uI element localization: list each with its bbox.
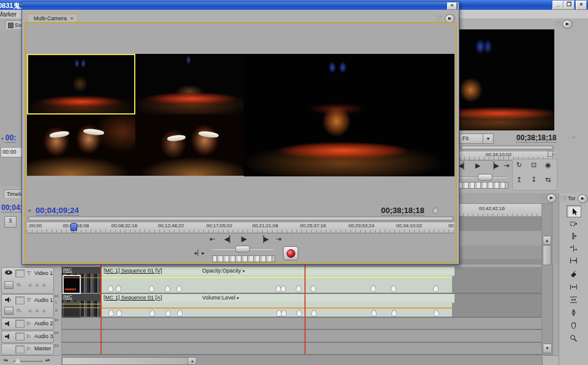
keyframe-marker[interactable] bbox=[296, 285, 301, 292]
track-name[interactable]: Master bbox=[34, 345, 51, 352]
output-button[interactable]: ◉ bbox=[545, 160, 551, 169]
program-playhead[interactable] bbox=[548, 151, 553, 157]
keyframe-marker[interactable] bbox=[149, 285, 154, 292]
camera-1-preview[interactable] bbox=[27, 54, 135, 115]
keyframe-marker[interactable] bbox=[165, 310, 171, 317]
program-shuttle-handle[interactable] bbox=[478, 174, 492, 181]
timeline-vscrollbar[interactable]: ▲ bbox=[541, 203, 552, 265]
keyframe-marker[interactable] bbox=[391, 285, 396, 292]
keyframe-marker[interactable] bbox=[108, 285, 113, 292]
play-button[interactable]: ▶ bbox=[241, 235, 247, 243]
keyframe-marker[interactable] bbox=[176, 285, 182, 292]
tab-source[interactable]: Sou bbox=[5, 20, 23, 29]
track-lock-toggle[interactable] bbox=[15, 296, 24, 304]
tools-panel-menu-button[interactable]: ▶ bbox=[578, 194, 588, 203]
keyframe-marker[interactable] bbox=[116, 285, 121, 292]
zoom-in-button[interactable]: ▴▸ bbox=[45, 357, 50, 363]
track-lock-toggle[interactable] bbox=[15, 345, 24, 353]
camera-4-preview[interactable] bbox=[135, 115, 244, 176]
keyframe-marker[interactable] bbox=[108, 310, 114, 317]
step-forward-button[interactable]: ▕▶ bbox=[258, 235, 269, 243]
video-clip-1[interactable]: [MC bbox=[62, 267, 101, 293]
timeline-panel-menu-button[interactable]: ▶ bbox=[546, 194, 557, 203]
tool-slip[interactable] bbox=[567, 281, 580, 292]
tool-ripple-edit[interactable] bbox=[567, 230, 580, 241]
loop-button[interactable]: ↻ bbox=[516, 160, 522, 169]
multicam-playhead[interactable] bbox=[70, 223, 77, 231]
set-display-style-button[interactable] bbox=[4, 307, 13, 315]
collapse-icon[interactable]: ▽ bbox=[27, 297, 31, 303]
track-name[interactable]: Audio 2 bbox=[34, 320, 53, 326]
shuttle-handle[interactable] bbox=[235, 246, 250, 252]
restore-button[interactable]: ❐ bbox=[564, 1, 575, 10]
set-display-style-button[interactable] bbox=[4, 281, 13, 289]
program-step-forward-button[interactable]: ▕▶ bbox=[489, 161, 499, 170]
program-jog-disk[interactable] bbox=[458, 182, 508, 189]
tool-selection[interactable] bbox=[567, 205, 581, 217]
step-back-button[interactable]: ◀▏ bbox=[224, 235, 235, 243]
keyframe-marker[interactable] bbox=[391, 310, 397, 317]
clip-effect-selector[interactable]: Volume:Level ▾ bbox=[202, 295, 239, 301]
collapse-icon[interactable]: ▷ bbox=[27, 333, 31, 339]
scroll-left-button[interactable]: ◂ bbox=[187, 357, 197, 365]
zoom-slider-handle[interactable] bbox=[15, 358, 21, 363]
keyframe-marker[interactable] bbox=[281, 285, 286, 292]
program-play-button[interactable]: ▶ bbox=[475, 161, 480, 170]
collapse-icon[interactable]: ▽ bbox=[27, 270, 31, 276]
audio-clip-1[interactable]: [MC bbox=[62, 294, 101, 317]
keyframe-marker[interactable] bbox=[434, 310, 439, 317]
zoom-out-button[interactable]: ◂▴ bbox=[3, 357, 8, 363]
track-lock-toggle[interactable] bbox=[15, 333, 24, 341]
program-viewing-area-bar[interactable] bbox=[459, 145, 554, 150]
track-output-speaker-icon[interactable] bbox=[4, 296, 12, 304]
track-output-speaker-icon[interactable] bbox=[4, 320, 12, 328]
keyframe-marker[interactable] bbox=[281, 310, 287, 317]
vscroll-thumb[interactable] bbox=[543, 245, 551, 265]
tool-zoom[interactable] bbox=[567, 333, 580, 344]
camera-3-preview[interactable] bbox=[27, 115, 135, 176]
multicam-viewing-area-bar[interactable] bbox=[27, 216, 454, 221]
add-keyframe-button[interactable]: ◇, bbox=[17, 307, 21, 313]
add-keyframe-button[interactable]: ◇, bbox=[17, 282, 21, 287]
keyframe-marker[interactable] bbox=[177, 310, 183, 317]
record-button[interactable] bbox=[283, 246, 298, 260]
lift-button[interactable]: ↥ bbox=[516, 175, 522, 184]
program-panel-menu-button[interactable]: ▶ bbox=[562, 20, 573, 29]
minimize-button[interactable]: _ bbox=[552, 1, 564, 10]
timeline-ruler-right[interactable]: 00;42;42;16 bbox=[458, 203, 541, 217]
tool-slide[interactable] bbox=[567, 294, 580, 305]
track-output-speaker-icon[interactable] bbox=[4, 333, 12, 341]
keyframe-marker[interactable] bbox=[311, 285, 316, 292]
tab-close-icon[interactable]: × bbox=[70, 15, 74, 21]
clip-effect-selector[interactable]: Opacity:Opacity ▾ bbox=[202, 268, 245, 274]
keyframe-marker[interactable] bbox=[296, 310, 302, 317]
tool-razor[interactable] bbox=[567, 268, 580, 279]
track-name[interactable]: Audio 1 bbox=[34, 297, 53, 303]
goto-out-button[interactable]: ⇥ bbox=[276, 235, 281, 243]
track-lock-toggle[interactable] bbox=[15, 269, 24, 277]
tool-rolling-edit[interactable] bbox=[567, 243, 580, 254]
keyframe-nav-icons[interactable]: ◀ ◆ ▶ bbox=[28, 308, 48, 314]
extract-button[interactable]: ↧ bbox=[531, 175, 537, 184]
track-lock-toggle[interactable] bbox=[15, 320, 24, 328]
close-button[interactable]: × bbox=[576, 1, 587, 10]
tab-timeline[interactable]: Timeli bbox=[4, 189, 23, 198]
timeline-hscrollbar[interactable]: ◂ bbox=[61, 356, 543, 365]
program-step-back-button[interactable]: ◀▏ bbox=[458, 161, 469, 170]
camera-2-preview[interactable] bbox=[135, 54, 244, 115]
keyframe-marker[interactable] bbox=[116, 310, 122, 317]
play-around-button[interactable]: ▸▏▸ bbox=[195, 249, 205, 257]
track-content-master[interactable] bbox=[62, 344, 541, 355]
keyframe-marker[interactable] bbox=[311, 310, 317, 317]
hscroll-thumb[interactable] bbox=[62, 357, 189, 365]
timeline-vscrollbar-lower[interactable]: ▼ bbox=[541, 265, 553, 355]
safe-margins-button[interactable]: ⊡ bbox=[531, 160, 537, 169]
keyframe-marker[interactable] bbox=[371, 285, 376, 292]
audio-clip-2[interactable]: [MC 1] Sequence 01 [A] Volume:Level ▾ bbox=[101, 294, 452, 317]
multicam-current-timecode[interactable]: 00;04;09;24 bbox=[36, 206, 79, 216]
scroll-down-button[interactable]: ▼ bbox=[543, 344, 552, 353]
keyframe-nav-icons[interactable]: ◀ ◆ ▶ bbox=[28, 282, 48, 288]
track-output-eye-icon[interactable] bbox=[4, 269, 13, 277]
track-name[interactable]: Video 1 bbox=[34, 270, 53, 276]
jog-disk[interactable] bbox=[213, 255, 275, 262]
